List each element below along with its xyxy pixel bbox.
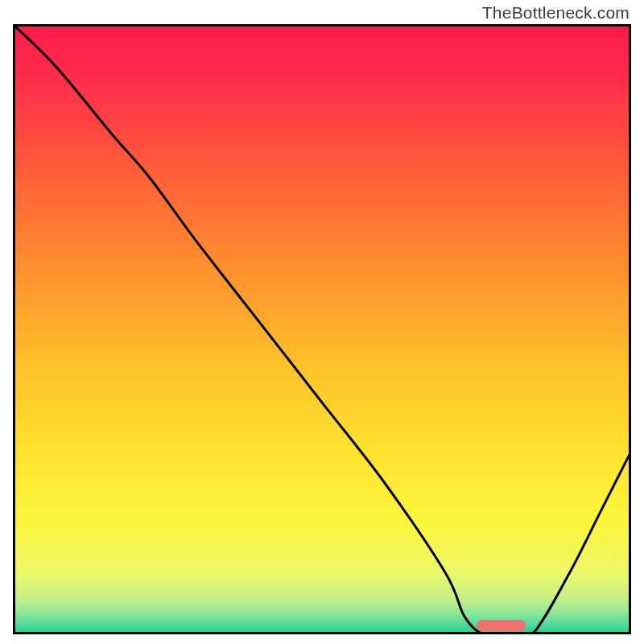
optimal-marker — [477, 620, 526, 631]
chart-container: TheBottleneck.com — [0, 0, 644, 644]
gradient-background — [13, 24, 631, 634]
bottleneck-chart — [13, 24, 631, 634]
watermark-text: TheBottleneck.com — [482, 3, 630, 23]
